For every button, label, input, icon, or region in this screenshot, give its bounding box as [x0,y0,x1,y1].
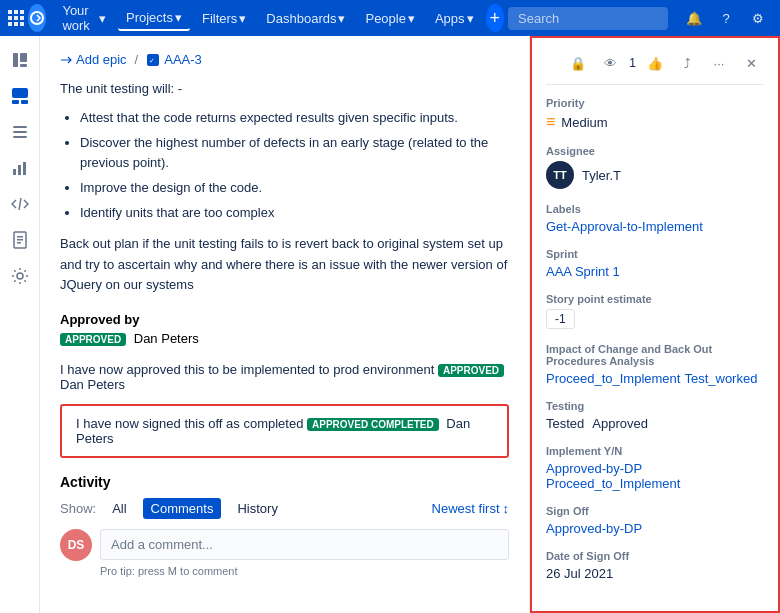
nav-projects[interactable]: Projects ▾ [118,6,190,31]
svg-rect-21 [23,162,26,175]
all-activity-button[interactable]: All [104,498,134,519]
assignee-name: Tyler.T [582,168,621,183]
sidebar-icon-board[interactable] [4,44,36,76]
svg-rect-7 [14,22,18,26]
content-area: Add epic / ✓ AAA-3 The unit testing will… [40,36,780,613]
impact-section: Impact of Change and Back Out Procedures… [546,343,764,386]
sidebar-icon-list[interactable] [4,116,36,148]
impact-tag-2[interactable]: Test_worked [684,371,757,386]
sprint-link[interactable]: AAA Sprint 1 [546,264,620,279]
svg-rect-20 [18,165,21,175]
main-layout: Add epic / ✓ AAA-3 The unit testing will… [0,36,780,613]
signoff-date-value: 26 Jul 2021 [546,566,613,581]
help-icon[interactable]: ? [712,4,740,32]
svg-rect-10 [13,53,18,67]
story-points-section: Story point estimate -1 [546,293,764,329]
approved-badge: APPROVED [60,333,126,346]
svg-rect-19 [13,169,16,175]
signoff-value[interactable]: Approved-by-DP [546,521,642,536]
svg-rect-11 [20,53,27,62]
svg-rect-12 [20,64,27,67]
watch-icon[interactable]: 👁 [597,50,623,76]
nav-dashboards[interactable]: Dashboards ▾ [258,7,353,30]
approved-by-section: Approved by APPROVED Dan Peters [60,312,509,346]
implement-link-2[interactable]: Proceed_to_Implement [546,476,680,491]
thumbsup-icon[interactable]: 👍 [642,50,668,76]
nav-people[interactable]: People ▾ [357,7,422,30]
newest-first-sort[interactable]: Newest first ↕ [432,501,509,516]
comments-button[interactable]: Comments [143,498,222,519]
nav-filters[interactable]: Filters ▾ [194,7,254,30]
sprint-section: Sprint AAA Sprint 1 [546,248,764,279]
labels-section: Labels Get-Approval-to-Implement [546,203,764,234]
signed-off-completed-box: I have now signed this off as completed … [60,404,509,458]
svg-rect-25 [17,239,23,241]
user-avatar: DS [60,529,92,561]
approved-completed-badge: APPROVED COMPLETED [307,418,439,431]
activity-controls: Show: All Comments History Newest first … [60,498,509,519]
pro-tip: Pro tip: press M to comment [100,565,509,577]
svg-point-9 [31,12,43,24]
share-icon[interactable]: ⤴ [674,50,700,76]
breadcrumb: Add epic / ✓ AAA-3 [60,52,509,67]
signoff-section: Sign Off Approved-by-DP [546,505,764,536]
svg-rect-4 [14,16,18,20]
svg-rect-6 [8,22,12,26]
sidebar-icon-settings[interactable] [4,260,36,292]
search-input[interactable] [508,7,668,30]
notifications-icon[interactable]: 🔔 [680,4,708,32]
sidebar [0,36,40,613]
sidebar-icon-chart[interactable] [4,152,36,184]
svg-rect-24 [17,236,23,238]
svg-rect-2 [20,10,24,14]
history-button[interactable]: History [229,498,285,519]
signed-off-text: I have now approved this to be implement… [60,362,509,392]
more-icon[interactable]: ··· [706,50,732,76]
top-navigation: Your work ▾ Projects ▾ Filters ▾ Dashboa… [0,0,780,36]
comment-area: DS Add a comment... [60,529,509,561]
activity-section: Activity Show: All Comments History Newe… [60,474,509,577]
nav-your-work[interactable]: Your work ▾ [54,0,114,37]
priority-section: Priority ≡ Medium [546,97,764,131]
svg-rect-8 [20,22,24,26]
svg-rect-3 [8,16,12,20]
svg-rect-18 [13,136,27,138]
implement-section: Implement Y/N Approved-by-DP Proceed_to_… [546,445,764,491]
panel-header: 🔒 👁 1 👍 ⤴ ··· ✕ [546,50,764,85]
svg-rect-15 [21,100,28,104]
implement-link-1[interactable]: Approved-by-DP [546,461,642,476]
svg-rect-5 [20,16,24,20]
issue-detail-panel: Add epic / ✓ AAA-3 The unit testing will… [40,36,530,613]
nav-apps[interactable]: Apps ▾ [427,7,482,30]
approved-badge-inline: APPROVED [438,364,504,377]
close-icon[interactable]: ✕ [738,50,764,76]
svg-rect-17 [13,131,27,133]
grid-icon[interactable] [8,6,24,30]
issue-properties-panel: 🔒 👁 1 👍 ⤴ ··· ✕ Priority ≡ Medium Assign… [530,36,780,613]
issue-key-link[interactable]: ✓ AAA-3 [146,52,202,67]
create-button[interactable]: + [486,4,504,32]
lock-icon[interactable]: 🔒 [565,50,591,76]
svg-rect-26 [17,242,21,244]
label-link[interactable]: Get-Approval-to-Implement [546,219,703,234]
sidebar-icon-pages[interactable] [4,224,36,256]
assignee-section: Assignee TT Tyler.T [546,145,764,189]
impact-tag-1[interactable]: Proceed_to_Implement [546,371,680,386]
jira-logo[interactable] [28,4,46,32]
testing-section: Testing Tested Approved [546,400,764,431]
comment-input[interactable]: Add a comment... [100,529,509,560]
sidebar-icon-code[interactable] [4,188,36,220]
sidebar-icon-active[interactable] [4,80,36,112]
settings-icon[interactable]: ⚙ [744,4,772,32]
svg-line-22 [19,198,21,210]
issue-description: The unit testing will: - Attest that the… [60,79,509,296]
svg-point-27 [17,273,23,279]
signoff-date-section: Date of Sign Off 26 Jul 2021 [546,550,764,581]
svg-rect-1 [14,10,18,14]
svg-rect-14 [12,100,19,104]
svg-text:✓: ✓ [149,57,155,64]
add-epic-link[interactable]: Add epic [60,52,127,67]
priority-icon: ≡ [546,113,555,131]
story-points-value: -1 [546,309,575,329]
assignee-avatar: TT [546,161,574,189]
